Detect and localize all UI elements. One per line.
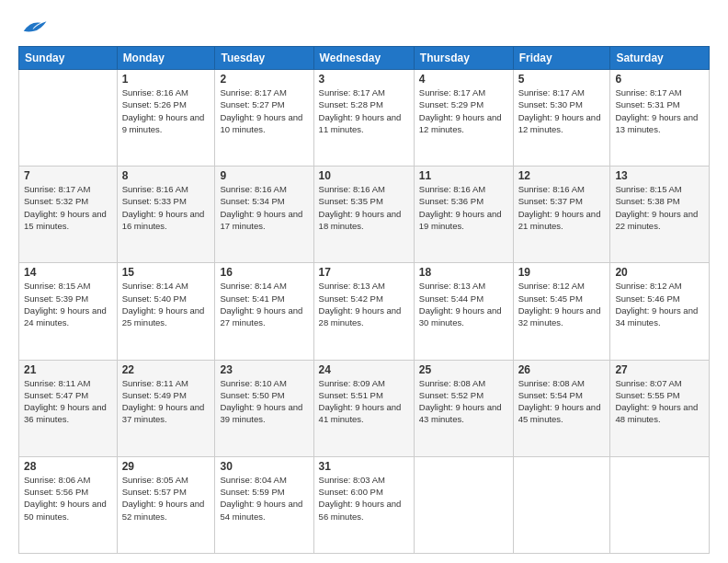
sunset-text: Sunset: 5:56 PM bbox=[24, 486, 112, 498]
sunset-text: Sunset: 5:40 PM bbox=[122, 293, 210, 304]
sunrise-text: Sunrise: 8:08 AM bbox=[518, 377, 606, 389]
day-number: 22 bbox=[122, 363, 210, 376]
day-info: Sunrise: 8:12 AM Sunset: 5:46 PM Dayligh… bbox=[615, 280, 704, 328]
calendar-cell: 11 Sunrise: 8:16 AM Sunset: 5:36 PM Dayl… bbox=[414, 167, 513, 263]
page: SundayMondayTuesdayWednesdayThursdayFrid… bbox=[0, 0, 728, 563]
sunset-text: Sunset: 5:49 PM bbox=[122, 389, 210, 401]
calendar-cell: 19 Sunrise: 8:12 AM Sunset: 5:45 PM Dayl… bbox=[513, 263, 610, 360]
day-header-tuesday: Tuesday bbox=[215, 47, 313, 70]
day-number: 16 bbox=[220, 266, 308, 279]
calendar-cell: 24 Sunrise: 8:09 AM Sunset: 5:51 PM Dayl… bbox=[313, 360, 414, 456]
daylight-text: Daylight: 9 hours and 15 minutes. bbox=[24, 208, 112, 233]
daylight-text: Daylight: 9 hours and 10 minutes. bbox=[220, 111, 308, 136]
logo bbox=[18, 17, 48, 39]
daylight-text: Daylight: 9 hours and 37 minutes. bbox=[122, 401, 210, 426]
sunrise-text: Sunrise: 8:15 AM bbox=[24, 280, 112, 292]
calendar-cell: 27 Sunrise: 8:07 AM Sunset: 5:55 PM Dayl… bbox=[610, 360, 710, 456]
day-info: Sunrise: 8:17 AM Sunset: 5:32 PM Dayligh… bbox=[24, 183, 112, 232]
sunrise-text: Sunrise: 8:17 AM bbox=[24, 183, 112, 195]
day-header-saturday: Saturday bbox=[610, 47, 710, 70]
calendar-cell bbox=[19, 70, 118, 167]
daylight-text: Daylight: 9 hours and 50 minutes. bbox=[24, 498, 112, 523]
sunset-text: Sunset: 5:47 PM bbox=[24, 389, 112, 401]
calendar-table: SundayMondayTuesdayWednesdayThursdayFrid… bbox=[18, 46, 710, 554]
daylight-text: Daylight: 9 hours and 12 minutes. bbox=[518, 111, 606, 136]
sunrise-text: Sunrise: 8:14 AM bbox=[220, 280, 308, 292]
daylight-text: Daylight: 9 hours and 16 minutes. bbox=[122, 208, 210, 233]
day-header-sunday: Sunday bbox=[19, 47, 118, 70]
day-info: Sunrise: 8:14 AM Sunset: 5:41 PM Dayligh… bbox=[220, 280, 308, 328]
sunrise-text: Sunrise: 8:17 AM bbox=[615, 86, 704, 98]
week-row-3: 21 Sunrise: 8:11 AM Sunset: 5:47 PM Dayl… bbox=[19, 360, 710, 456]
sunset-text: Sunset: 5:44 PM bbox=[419, 293, 508, 304]
day-number: 14 bbox=[24, 266, 112, 279]
calendar-cell: 12 Sunrise: 8:16 AM Sunset: 5:37 PM Dayl… bbox=[513, 167, 610, 263]
sunrise-text: Sunrise: 8:16 AM bbox=[220, 183, 308, 195]
sunrise-text: Sunrise: 8:11 AM bbox=[24, 377, 112, 389]
calendar-cell: 31 Sunrise: 8:03 AM Sunset: 6:00 PM Dayl… bbox=[313, 456, 414, 553]
sunset-text: Sunset: 5:29 PM bbox=[419, 98, 508, 110]
daylight-text: Daylight: 9 hours and 41 minutes. bbox=[319, 401, 409, 426]
day-number: 4 bbox=[419, 73, 508, 86]
day-number: 26 bbox=[518, 363, 606, 376]
daylight-text: Daylight: 9 hours and 27 minutes. bbox=[220, 304, 308, 329]
sunrise-text: Sunrise: 8:09 AM bbox=[319, 377, 409, 389]
day-number: 25 bbox=[419, 363, 508, 376]
day-number: 19 bbox=[518, 266, 606, 279]
logo-bird-icon bbox=[20, 17, 48, 39]
sunrise-text: Sunrise: 8:05 AM bbox=[122, 474, 210, 486]
sunset-text: Sunset: 5:27 PM bbox=[220, 98, 308, 110]
calendar-cell: 23 Sunrise: 8:10 AM Sunset: 5:50 PM Dayl… bbox=[215, 360, 313, 456]
sunset-text: Sunset: 5:55 PM bbox=[615, 389, 704, 401]
sunset-text: Sunset: 5:59 PM bbox=[220, 486, 308, 498]
day-number: 9 bbox=[220, 169, 308, 182]
sunrise-text: Sunrise: 8:12 AM bbox=[518, 280, 606, 292]
calendar-cell: 13 Sunrise: 8:15 AM Sunset: 5:38 PM Dayl… bbox=[610, 167, 710, 263]
sunrise-text: Sunrise: 8:04 AM bbox=[220, 474, 308, 486]
day-info: Sunrise: 8:16 AM Sunset: 5:34 PM Dayligh… bbox=[220, 183, 308, 232]
daylight-text: Daylight: 9 hours and 9 minutes. bbox=[122, 111, 210, 136]
calendar-cell: 7 Sunrise: 8:17 AM Sunset: 5:32 PM Dayli… bbox=[19, 167, 118, 263]
sunrise-text: Sunrise: 8:03 AM bbox=[319, 474, 409, 486]
calendar-cell: 22 Sunrise: 8:11 AM Sunset: 5:49 PM Dayl… bbox=[117, 360, 215, 456]
day-info: Sunrise: 8:13 AM Sunset: 5:44 PM Dayligh… bbox=[419, 280, 508, 328]
sunrise-text: Sunrise: 8:17 AM bbox=[518, 86, 606, 98]
sunset-text: Sunset: 5:57 PM bbox=[122, 486, 210, 498]
calendar-cell: 21 Sunrise: 8:11 AM Sunset: 5:47 PM Dayl… bbox=[19, 360, 118, 456]
day-info: Sunrise: 8:14 AM Sunset: 5:40 PM Dayligh… bbox=[122, 280, 210, 328]
day-number: 5 bbox=[518, 73, 606, 86]
sunset-text: Sunset: 5:34 PM bbox=[220, 195, 308, 207]
day-number: 31 bbox=[319, 460, 409, 473]
daylight-text: Daylight: 9 hours and 39 minutes. bbox=[220, 401, 308, 426]
day-info: Sunrise: 8:03 AM Sunset: 6:00 PM Dayligh… bbox=[319, 474, 409, 523]
day-number: 11 bbox=[419, 169, 508, 182]
calendar-cell: 5 Sunrise: 8:17 AM Sunset: 5:30 PM Dayli… bbox=[513, 70, 610, 167]
daylight-text: Daylight: 9 hours and 48 minutes. bbox=[615, 401, 704, 426]
sunset-text: Sunset: 5:32 PM bbox=[24, 195, 112, 207]
day-number: 18 bbox=[419, 266, 508, 279]
calendar-cell bbox=[513, 456, 610, 553]
day-info: Sunrise: 8:17 AM Sunset: 5:28 PM Dayligh… bbox=[319, 86, 409, 135]
calendar-cell bbox=[414, 456, 513, 553]
sunrise-text: Sunrise: 8:13 AM bbox=[319, 280, 409, 292]
calendar-cell: 2 Sunrise: 8:17 AM Sunset: 5:27 PM Dayli… bbox=[215, 70, 313, 167]
week-row-0: 1 Sunrise: 8:16 AM Sunset: 5:26 PM Dayli… bbox=[19, 70, 710, 167]
sunset-text: Sunset: 5:42 PM bbox=[319, 293, 409, 304]
header bbox=[18, 17, 710, 39]
day-info: Sunrise: 8:17 AM Sunset: 5:27 PM Dayligh… bbox=[220, 86, 308, 135]
calendar-cell: 9 Sunrise: 8:16 AM Sunset: 5:34 PM Dayli… bbox=[215, 167, 313, 263]
day-number: 10 bbox=[319, 169, 409, 182]
day-number: 2 bbox=[220, 73, 308, 86]
day-number: 21 bbox=[24, 363, 112, 376]
day-info: Sunrise: 8:08 AM Sunset: 5:52 PM Dayligh… bbox=[419, 377, 508, 426]
daylight-text: Daylight: 9 hours and 36 minutes. bbox=[24, 401, 112, 426]
daylight-text: Daylight: 9 hours and 52 minutes. bbox=[122, 498, 210, 523]
day-header-friday: Friday bbox=[513, 47, 610, 70]
day-number: 20 bbox=[615, 266, 704, 279]
week-row-1: 7 Sunrise: 8:17 AM Sunset: 5:32 PM Dayli… bbox=[19, 167, 710, 263]
sunset-text: Sunset: 5:39 PM bbox=[24, 293, 112, 304]
day-number: 7 bbox=[24, 169, 112, 182]
daylight-text: Daylight: 9 hours and 30 minutes. bbox=[419, 304, 508, 329]
sunset-text: Sunset: 5:30 PM bbox=[518, 98, 606, 110]
daylight-text: Daylight: 9 hours and 18 minutes. bbox=[319, 208, 409, 233]
